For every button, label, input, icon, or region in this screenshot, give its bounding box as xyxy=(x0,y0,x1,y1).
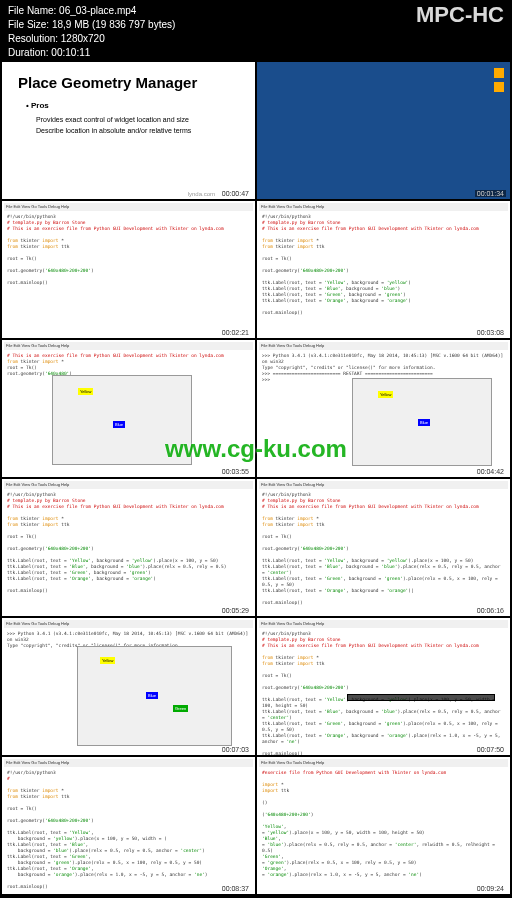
desktop-icons xyxy=(494,68,504,96)
editor-menu: File Edit View Go Tools Debug Help xyxy=(4,620,253,628)
yellow-label: Yellow xyxy=(100,657,115,664)
lynda-watermark: lynda.com xyxy=(188,191,215,197)
thumb-shell[interactable]: File Edit View Go Tools Debug Help >>> P… xyxy=(257,340,510,477)
thumb-code[interactable]: File Edit View Go Tools Debug Help #!/us… xyxy=(2,479,255,616)
code-content: #!/usr/bin/python3 # template.py by Barr… xyxy=(259,489,508,609)
thumb-desktop[interactable]: 00:01:34 xyxy=(257,62,510,199)
editor-menu: File Edit View Go Tools Debug Help xyxy=(4,203,253,211)
code-content: #!/usr/bin/python3 # template.py by Barr… xyxy=(4,489,253,597)
blue-label: Blue xyxy=(113,421,125,428)
thumb-code[interactable]: File Edit View Go Tools Debug Help #!/us… xyxy=(2,201,255,338)
code-content: #!/usr/bin/python3 # from tkinter import… xyxy=(4,767,253,893)
thumbnail-grid: Place Geometry Manager • Pros Provides e… xyxy=(0,60,512,896)
editor-menu: File Edit View Go Tools Debug Help xyxy=(259,759,508,767)
timestamp: 00:09:24 xyxy=(475,885,506,892)
timestamp: 00:03:55 xyxy=(220,468,251,475)
code-content: #!/usr/bin/python3 # template.py by Barr… xyxy=(259,211,508,319)
thumb-code[interactable]: File Edit View Go Tools Debug Help #exer… xyxy=(257,757,510,894)
thumb-slide[interactable]: Place Geometry Manager • Pros Provides e… xyxy=(2,62,255,199)
editor-menu: File Edit View Go Tools Debug Help xyxy=(4,759,253,767)
timestamp: 00:00:47 xyxy=(220,190,251,197)
editor-menu: File Edit View Go Tools Debug Help xyxy=(259,620,508,628)
thumb-code[interactable]: File Edit View Go Tools Debug Help #!/us… xyxy=(257,479,510,616)
editor-menu: File Edit View Go Tools Debug Help xyxy=(259,203,508,211)
file-info-header: MPC-HC File Name: 06_03-place.mp4 File S… xyxy=(0,0,512,60)
code-content: #!/usr/bin/python3 # template.py by Barr… xyxy=(4,211,253,289)
slide-title: Place Geometry Manager xyxy=(18,74,239,91)
thumb-code[interactable]: File Edit View Go Tools Debug Help #!/us… xyxy=(257,618,510,755)
thumb-tkwindow[interactable]: File Edit View Go Tools Debug Help >>> P… xyxy=(2,618,255,755)
mpc-logo: MPC-HC xyxy=(416,2,504,28)
tk-window: Yellow Blue Green xyxy=(77,646,232,746)
editor-menu: File Edit View Go Tools Debug Help xyxy=(259,342,508,350)
timestamp: 00:07:50 xyxy=(475,746,506,753)
tk-window: Yellow Blue xyxy=(52,375,192,465)
timestamp: 00:08:37 xyxy=(220,885,251,892)
resolution-label: Resolution: 1280x720 xyxy=(8,32,504,46)
green-label: Green xyxy=(173,705,188,712)
duration-label: Duration: 00:10:11 xyxy=(8,46,504,60)
timestamp: 00:04:42 xyxy=(475,468,506,475)
folder-icon xyxy=(494,82,504,92)
slide-line2: Describe location in absolute and/or rel… xyxy=(36,125,239,136)
tk-window: Yellow Blue xyxy=(352,378,492,466)
slide-line1: Provides exact control of widget locatio… xyxy=(36,114,239,125)
thumb-code[interactable]: File Edit View Go Tools Debug Help #!/us… xyxy=(257,201,510,338)
timestamp: 00:03:08 xyxy=(475,329,506,336)
editor-menu: File Edit View Go Tools Debug Help xyxy=(4,481,253,489)
thumb-tkwindow[interactable]: File Edit View Go Tools Debug Help # Thi… xyxy=(2,340,255,477)
timestamp: 00:05:29 xyxy=(220,607,251,614)
blue-label: Blue xyxy=(146,692,158,699)
editor-menu: File Edit View Go Tools Debug Help xyxy=(259,481,508,489)
timestamp: 00:01:34 xyxy=(475,190,506,197)
timestamp: 00:02:21 xyxy=(220,329,251,336)
highlight-box xyxy=(347,694,495,701)
timestamp: 00:07:03 xyxy=(220,746,251,753)
timestamp: 00:06:16 xyxy=(475,607,506,614)
thumb-code[interactable]: File Edit View Go Tools Debug Help #!/us… xyxy=(2,757,255,894)
folder-icon xyxy=(494,68,504,78)
editor-menu: File Edit View Go Tools Debug Help xyxy=(4,342,253,350)
code-content: #exercise file from Python GUI Developme… xyxy=(259,767,508,881)
yellow-label: Yellow xyxy=(378,391,393,398)
code-content: #!/usr/bin/python3 # template.py by Barr… xyxy=(259,628,508,755)
blue-label: Blue xyxy=(418,419,430,426)
yellow-label: Yellow xyxy=(78,388,93,395)
slide-bullet: • Pros xyxy=(26,101,239,110)
